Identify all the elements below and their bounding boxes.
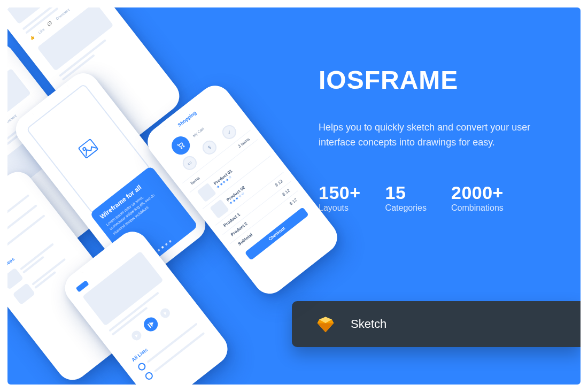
hero-panel: IOSFRAME Helps you to quickly sketch and… bbox=[7, 7, 581, 385]
pause-icon bbox=[141, 314, 160, 334]
svg-point-9 bbox=[183, 145, 185, 147]
tag-chip bbox=[76, 280, 89, 293]
picture-icon bbox=[78, 139, 99, 159]
promo-canvas: IOSFRAME Helps you to quickly sketch and… bbox=[0, 0, 588, 392]
prev-icon bbox=[130, 329, 143, 342]
svg-point-7 bbox=[83, 147, 87, 151]
comment-label: Comment bbox=[7, 113, 17, 126]
next-icon bbox=[158, 306, 172, 320]
svg-point-8 bbox=[181, 148, 182, 149]
svg-rect-6 bbox=[79, 139, 98, 158]
cart-label: My Cart bbox=[192, 126, 205, 137]
